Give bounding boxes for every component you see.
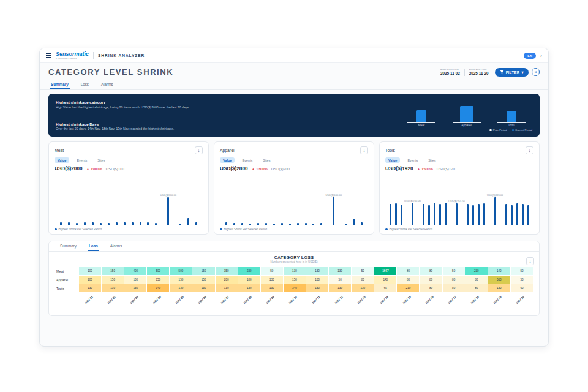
- heatmap-cell[interactable]: 130: [306, 267, 328, 275]
- card-tab-events[interactable]: Events: [74, 157, 90, 163]
- heatmap-cell[interactable]: 150: [147, 276, 169, 284]
- card-tab-value[interactable]: Value: [385, 157, 400, 163]
- heatmap-cell[interactable]: 130: [261, 284, 283, 292]
- prior-period-value: USD($)120: [437, 167, 455, 171]
- heatmap-cell[interactable]: 150: [102, 267, 124, 275]
- tab-alarms[interactable]: Alarms: [109, 241, 124, 251]
- mini-bar: [65, 191, 73, 225]
- tab-loss[interactable]: Loss: [88, 241, 99, 251]
- heatmap-cell[interactable]: 340: [147, 284, 169, 292]
- prior-period-line: [497, 122, 526, 123]
- heatmap-cell[interactable]: 100: [124, 276, 146, 284]
- heatmap-cell[interactable]: 130: [284, 267, 306, 275]
- heatmap-cell[interactable]: 1647: [374, 267, 396, 275]
- heatmap-cell[interactable]: 150: [192, 267, 214, 275]
- download-button[interactable]: ↓: [195, 146, 203, 154]
- download-icon: ↓: [529, 148, 531, 153]
- mini-bar: [129, 191, 137, 225]
- heatmap-cell[interactable]: 50: [352, 267, 374, 275]
- card-tab-sites[interactable]: Sites: [94, 157, 108, 163]
- heatmap-cell[interactable]: 400: [124, 267, 146, 275]
- heatmap-cell[interactable]: 80: [420, 267, 442, 275]
- heatmap-cell[interactable]: 200: [216, 276, 238, 284]
- heatmap-cell[interactable]: 340: [284, 284, 306, 292]
- heatmap-cell[interactable]: 130: [170, 284, 192, 292]
- clear-filter-button[interactable]: ×: [532, 68, 540, 76]
- heatmap-cell[interactable]: 130: [306, 284, 328, 292]
- heatmap-cell[interactable]: 80: [420, 284, 442, 292]
- heatmap-cell[interactable]: 50: [443, 267, 465, 275]
- heatmap-cell[interactable]: 80: [466, 284, 488, 292]
- heatmap-cell[interactable]: 130: [102, 284, 124, 292]
- heatmap-cell[interactable]: 80: [352, 276, 374, 284]
- banner-bar-group: Apparel: [450, 105, 484, 127]
- heatmap-cell[interactable]: 60: [511, 284, 533, 292]
- heatmap-cell[interactable]: 80: [466, 276, 488, 284]
- heatmap-cell[interactable]: 130: [238, 284, 260, 292]
- heatmap-cell[interactable]: 150: [170, 276, 192, 284]
- close-icon: ×: [535, 70, 537, 74]
- insight-highest-days: Highest shrinkage Days Over the last 20 …: [56, 122, 393, 131]
- tab-summary[interactable]: Summary: [59, 241, 78, 251]
- card-tab-events[interactable]: Events: [404, 157, 421, 163]
- heatmap-cell[interactable]: 130: [306, 276, 328, 284]
- heatmap-cell[interactable]: 150: [284, 276, 306, 284]
- heatmap-cell[interactable]: 230: [397, 284, 419, 292]
- card-tab-sites[interactable]: Sites: [425, 157, 439, 163]
- heatmap-cell[interactable]: 230: [466, 267, 488, 275]
- heatmap-cell[interactable]: 140: [488, 267, 510, 275]
- card-tab-value[interactable]: Value: [55, 157, 69, 163]
- mini-bar: USD($)320.00: [487, 191, 503, 225]
- heatmap-cell[interactable]: 50: [329, 276, 351, 284]
- download-button[interactable]: ↓: [360, 146, 368, 154]
- heatmap-cell[interactable]: 130: [329, 284, 351, 292]
- heatmap-cell[interactable]: 80: [420, 276, 442, 284]
- heatmap-cell[interactable]: 180: [238, 276, 260, 284]
- tab-summary[interactable]: Summary: [50, 80, 70, 89]
- user-badge[interactable]: EN: [524, 53, 536, 59]
- heatmap-cell[interactable]: 150: [102, 276, 124, 284]
- category-card-tools: Tools ↓ Value Events Sites USD($)1920 ▲ …: [379, 141, 540, 235]
- heatmap-cell[interactable]: 80: [443, 284, 465, 292]
- card-tab-events[interactable]: Events: [239, 157, 255, 163]
- heatmap-cell[interactable]: 130: [124, 284, 146, 292]
- card-tab-value[interactable]: Value: [220, 157, 235, 163]
- heatmap-cell[interactable]: 140: [374, 276, 396, 284]
- mini-bar: USD($)250.00: [448, 191, 465, 225]
- heatmap-cell[interactable]: 130: [192, 284, 214, 292]
- heatmap-cell[interactable]: 80: [443, 276, 465, 284]
- heatmap-cell[interactable]: 230: [238, 267, 260, 275]
- heatmap-cell[interactable]: 130: [79, 284, 101, 292]
- bar-annotation: USD($)320.00: [487, 194, 503, 197]
- tab-loss[interactable]: Loss: [80, 80, 90, 89]
- filter-button[interactable]: FILTER ▾: [495, 68, 529, 77]
- date-label: NOV 09: [266, 295, 275, 304]
- heatmap-cell[interactable]: 500: [147, 267, 169, 275]
- heatmap-cell[interactable]: 200: [79, 276, 101, 284]
- chevron-right-icon[interactable]: ›: [540, 53, 542, 59]
- heatmap-cell[interactable]: 130: [261, 276, 283, 284]
- heatmap-cell[interactable]: 150: [192, 276, 214, 284]
- heatmap-cell[interactable]: 150: [216, 267, 238, 275]
- heatmap-cell[interactable]: 560: [488, 276, 510, 284]
- heatmap-cell[interactable]: 100: [79, 267, 101, 275]
- heatmap-cell[interactable]: 50: [511, 267, 533, 275]
- heatmap-cell[interactable]: 130: [329, 267, 351, 275]
- heatmap-cell[interactable]: 50: [511, 276, 533, 284]
- heatmap-cell[interactable]: 130: [488, 284, 510, 292]
- card-tabs: Value Events Sites: [220, 157, 368, 163]
- download-button[interactable]: ↓: [526, 146, 533, 154]
- heatmap-cell[interactable]: 500: [170, 267, 192, 275]
- heatmap-cell[interactable]: 80: [397, 267, 419, 275]
- insight-title: Highest shrinkage Days: [56, 122, 393, 126]
- card-tab-sites[interactable]: Sites: [260, 157, 273, 163]
- heatmap-cell[interactable]: 65: [374, 284, 396, 292]
- heatmap-cell[interactable]: 130: [216, 284, 238, 292]
- app-title: SHRINK ANALYZER: [98, 53, 145, 58]
- tab-alarms[interactable]: Alarms: [100, 80, 115, 89]
- menu-icon[interactable]: [46, 53, 51, 58]
- download-button[interactable]: ↓: [526, 257, 534, 265]
- heatmap-cell[interactable]: 130: [352, 284, 374, 292]
- heatmap-cell[interactable]: 50: [261, 267, 283, 275]
- heatmap-cell[interactable]: 80: [397, 276, 419, 284]
